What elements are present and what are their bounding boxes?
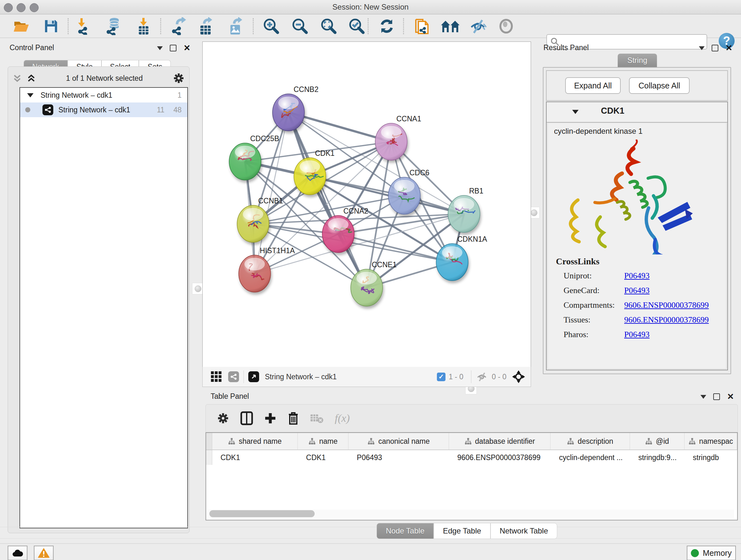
node-CCNA2[interactable] [322, 215, 354, 253]
column-header-description[interactable]: description [550, 433, 630, 449]
expand-all-button[interactable]: Expand All [565, 77, 621, 94]
view-grid-icon[interactable] [210, 371, 222, 383]
protein-expander-icon[interactable] [572, 110, 579, 114]
function-builder-button-disabled[interactable]: f(x) [335, 412, 350, 424]
zoom-out-button[interactable] [290, 17, 310, 36]
show-all-button[interactable] [496, 17, 516, 36]
control-panel-float-icon[interactable] [170, 45, 177, 51]
zoom-in-button[interactable] [261, 17, 281, 36]
node-CCNA1[interactable] [375, 123, 407, 160]
export-network-button[interactable] [169, 17, 189, 36]
cloud-status-button[interactable] [8, 546, 27, 560]
show-columns-button[interactable] [240, 411, 253, 425]
expand-all-icon[interactable] [26, 73, 36, 84]
column-header-canonical-name[interactable]: canonical name [348, 433, 449, 449]
birdseye-navigator-icon[interactable] [512, 370, 526, 384]
row-header-gutter [206, 450, 212, 465]
edge-CDK1-RB1[interactable] [310, 176, 464, 214]
string-import-button[interactable] [412, 17, 432, 36]
results-panel-float-icon[interactable] [712, 45, 718, 51]
table-panel-float-icon[interactable] [713, 393, 720, 400]
node-CCNE1[interactable] [351, 269, 383, 306]
network-canvas[interactable]: CCNB2CCNA1CDC25BCDK1CDC6RB1CCNB1CCNA2CDK… [202, 42, 531, 367]
title-bar: Session: New Session [0, 0, 741, 14]
results-panel-collapse-icon[interactable] [699, 46, 704, 50]
collapse-all-icon[interactable] [12, 73, 22, 84]
cell-canonical-name[interactable]: P06493 [348, 450, 449, 465]
edge-CCNB2-CCNE1[interactable] [288, 112, 367, 288]
zoom-fit-button[interactable] [319, 17, 339, 36]
results-panel-close-icon[interactable]: ✕ [725, 45, 732, 51]
zoom-in-icon [263, 17, 280, 35]
import-network-database-button[interactable] [104, 17, 124, 36]
column-header-name[interactable]: name [298, 433, 348, 449]
node-CCNB2[interactable] [273, 94, 305, 131]
zoom-selected-button[interactable] [347, 17, 367, 36]
save-session-button[interactable] [41, 17, 61, 36]
table-panel-collapse-icon[interactable] [700, 395, 706, 399]
string-home-button[interactable] [440, 17, 461, 36]
table-row[interactable]: CDK1CDK1P064939606.ENSP00000378699cyclin… [206, 450, 737, 465]
node-CCNB1[interactable] [237, 205, 269, 242]
selected-nodes-checkbox[interactable]: ✓ [437, 373, 446, 381]
network-options-gear-icon[interactable] [173, 72, 185, 84]
node-RB1[interactable] [448, 195, 480, 233]
control-panel-close-icon[interactable]: ✕ [184, 45, 191, 51]
hide-selected-button[interactable] [468, 17, 488, 36]
crosslinks-heading: CrossLinks [556, 256, 709, 266]
network-badge-icon[interactable] [228, 371, 239, 382]
network-view-title: String Network – cdk1 [265, 373, 437, 381]
create-column-button[interactable] [264, 412, 277, 425]
node-CDC6[interactable] [388, 177, 420, 214]
crosslink-link[interactable]: P06493 [624, 330, 650, 339]
cell-namespac[interactable]: stringdb [684, 450, 737, 465]
detach-view-icon[interactable] [248, 371, 259, 382]
export-image-button[interactable] [225, 17, 246, 36]
left-splitter-handle[interactable] [192, 283, 204, 294]
refresh-button[interactable] [377, 17, 397, 36]
node-CDK1[interactable] [294, 158, 326, 195]
network-row[interactable]: String Network – cdk1 11 48 [20, 103, 187, 117]
cell-database-identifier[interactable]: 9606.ENSP00000378699 [449, 450, 551, 465]
column-header--id[interactable]: @id [630, 433, 684, 449]
table-options-button[interactable] [217, 412, 229, 425]
crosslink-link[interactable]: 9606.ENSP00000378699 [624, 300, 709, 310]
column-header-namespac[interactable]: namespac [684, 433, 737, 449]
import-network-file-button[interactable] [74, 17, 94, 36]
delete-column-button[interactable] [287, 411, 299, 425]
node-HIST1H1A[interactable] [239, 255, 271, 292]
tab-string[interactable]: String [618, 54, 657, 67]
collapse-all-button[interactable]: Collapse All [629, 77, 690, 94]
cell-description[interactable]: cyclin-dependent ... [551, 450, 630, 465]
collection-expander-icon[interactable] [27, 93, 33, 98]
delete-table-button-disabled[interactable] [310, 413, 324, 424]
tab-network-table[interactable]: Network Table [490, 523, 557, 539]
cell--id[interactable]: stringdb:9... [630, 450, 684, 465]
crosslink-link[interactable]: P06493 [624, 286, 650, 295]
expand-collapse-box: Expand All Collapse All [546, 70, 728, 101]
table-horizontal-scrollbar[interactable] [207, 509, 734, 518]
network-collection-row[interactable]: String Network – cdk1 1 [20, 88, 187, 103]
table-panel-close-icon[interactable]: ✕ [727, 394, 734, 399]
node-CDKN1A[interactable] [436, 244, 468, 281]
export-table-button[interactable] [196, 17, 216, 36]
cell-name[interactable]: CDK1 [298, 450, 348, 465]
cell-shared-name[interactable]: CDK1 [212, 450, 298, 465]
crosslink-link[interactable]: P06493 [624, 271, 650, 281]
column-network-icon [367, 438, 375, 445]
tab-node-table[interactable]: Node Table [377, 523, 434, 539]
tab-edge-table[interactable]: Edge Table [434, 523, 490, 539]
warning-status-button[interactable] [34, 546, 54, 560]
memory-button[interactable]: Memory [687, 546, 736, 560]
control-panel-collapse-icon[interactable] [157, 46, 163, 50]
column-header-database-identifier[interactable]: database identifier [449, 433, 551, 449]
results-panel: Results Panel ✕ String Expand All Collap… [536, 42, 738, 388]
hidden-eye-icon[interactable] [476, 372, 488, 382]
import-table-button[interactable] [133, 17, 154, 36]
protein-card-header[interactable]: CDK1 [547, 102, 727, 123]
node-CDC25B[interactable] [229, 143, 261, 180]
network-view-toolbar: String Network – cdk1 ✓ 1 - 0 0 - 0 [202, 367, 531, 387]
open-session-button[interactable] [11, 17, 32, 36]
crosslink-link[interactable]: 9606.ENSP00000378699 [624, 315, 709, 325]
column-header-shared-name[interactable]: shared name [212, 433, 298, 449]
